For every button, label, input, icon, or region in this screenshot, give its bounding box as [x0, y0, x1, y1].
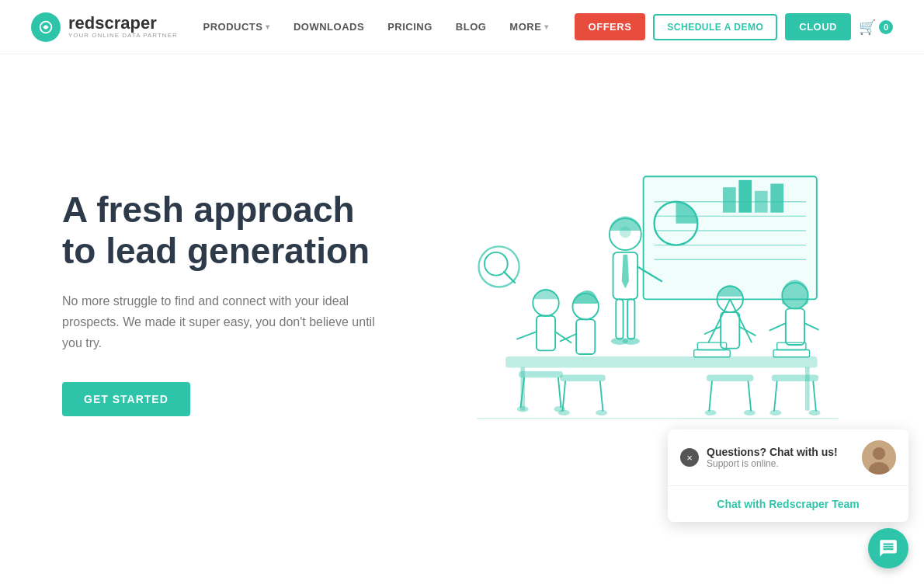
cloud-button[interactable]: CLOUD	[785, 13, 851, 40]
illustration-svg: .teal { stroke: #2ec4a9; fill: none; str…	[396, 148, 862, 458]
svg-line-60	[774, 381, 777, 411]
chat-footer: Chat with Redscraper Team	[668, 486, 908, 505]
chevron-down-icon: ▾	[544, 23, 549, 31]
svg-point-62	[769, 410, 781, 415]
svg-rect-59	[772, 375, 818, 381]
chat-header: × Questions? Chat with us! Support is on…	[668, 429, 908, 486]
offers-button[interactable]: OFFERS	[575, 13, 646, 40]
avatar	[862, 440, 896, 474]
svg-rect-7	[723, 187, 736, 213]
svg-rect-8	[738, 180, 752, 213]
logo-icon	[31, 12, 61, 42]
logo-svg	[37, 19, 54, 36]
chat-text: Questions? Chat with us! Support is onli…	[707, 446, 838, 469]
svg-line-38	[562, 381, 565, 411]
chat-header-left: × Questions? Chat with us! Support is on…	[680, 446, 838, 469]
get-started-button[interactable]: GET STARTED	[62, 382, 190, 416]
cart-button[interactable]: 🛒 0	[859, 19, 893, 36]
svg-line-39	[600, 381, 603, 411]
svg-rect-57	[773, 349, 810, 356]
svg-rect-47	[697, 342, 726, 349]
svg-rect-26	[537, 316, 555, 351]
chat-close-button[interactable]: ×	[680, 448, 699, 467]
svg-point-51	[705, 410, 717, 415]
svg-line-61	[813, 381, 816, 411]
logo-text-wrap: redscraper YOUR ONLINE DATA PARTNER	[68, 15, 178, 39]
nav-blog[interactable]: BLOG	[446, 15, 496, 39]
svg-line-56	[804, 323, 818, 329]
svg-rect-48	[707, 375, 753, 381]
svg-rect-58	[777, 342, 806, 349]
svg-point-41	[596, 410, 607, 415]
svg-line-55	[769, 323, 785, 330]
svg-rect-35	[576, 319, 595, 354]
svg-line-49	[709, 381, 712, 411]
logo-name: redscraper	[68, 15, 178, 32]
svg-rect-46	[694, 349, 731, 356]
chat-title: Questions? Chat with us!	[707, 446, 838, 458]
svg-line-31	[558, 377, 561, 408]
cart-icon: 🛒	[859, 19, 876, 36]
svg-rect-16	[805, 367, 810, 411]
logo[interactable]: redscraper YOUR ONLINE DATA PARTNER	[31, 12, 178, 42]
schedule-demo-button[interactable]: SCHEDULE A DEMO	[653, 14, 777, 40]
svg-rect-9	[755, 191, 768, 213]
svg-point-69	[873, 447, 885, 460]
svg-rect-10	[770, 184, 783, 213]
svg-point-40	[558, 410, 570, 415]
svg-rect-22	[627, 299, 634, 339]
nav-pricing[interactable]: PRICING	[378, 15, 442, 39]
nav-downloads[interactable]: DOWNLOADS	[284, 15, 373, 39]
svg-rect-29	[519, 371, 563, 377]
svg-point-24	[623, 338, 640, 345]
logo-tagline: YOUR ONLINE DATA PARTNER	[68, 32, 178, 39]
svg-line-66	[504, 272, 515, 283]
hero-description: No more struggle to find and connect wit…	[62, 290, 396, 354]
svg-rect-37	[561, 375, 606, 381]
nav-actions: OFFERS SCHEDULE A DEMO CLOUD 🛒 0	[575, 13, 893, 40]
svg-rect-21	[616, 299, 623, 339]
avatar-svg	[862, 440, 896, 474]
svg-line-27	[517, 332, 537, 339]
svg-point-63	[809, 410, 821, 415]
svg-point-52	[744, 410, 756, 415]
navbar: redscraper YOUR ONLINE DATA PARTNER PROD…	[0, 0, 924, 54]
svg-rect-54	[786, 308, 804, 345]
nav-more[interactable]: MORE ▾	[500, 15, 558, 39]
chevron-down-icon: ▾	[266, 23, 270, 31]
nav-products[interactable]: PRODUCTS ▾	[194, 15, 280, 39]
svg-line-50	[748, 381, 751, 411]
hero-title: A fresh approach to lead generation	[62, 189, 396, 272]
svg-point-32	[517, 406, 529, 412]
hero-illustration: .teal { stroke: #2ec4a9; fill: none; str…	[396, 148, 862, 458]
svg-rect-14	[506, 357, 817, 367]
chat-subtitle: Support is online.	[707, 458, 838, 469]
chat-link[interactable]: Chat with Redscraper Team	[717, 498, 859, 505]
nav-links: PRODUCTS ▾ DOWNLOADS PRICING BLOG MORE ▾	[194, 15, 558, 39]
cart-count: 0	[879, 20, 893, 34]
hero-content: A fresh approach to lead generation No m…	[62, 189, 396, 415]
chat-widget: × Questions? Chat with us! Support is on…	[668, 429, 908, 505]
